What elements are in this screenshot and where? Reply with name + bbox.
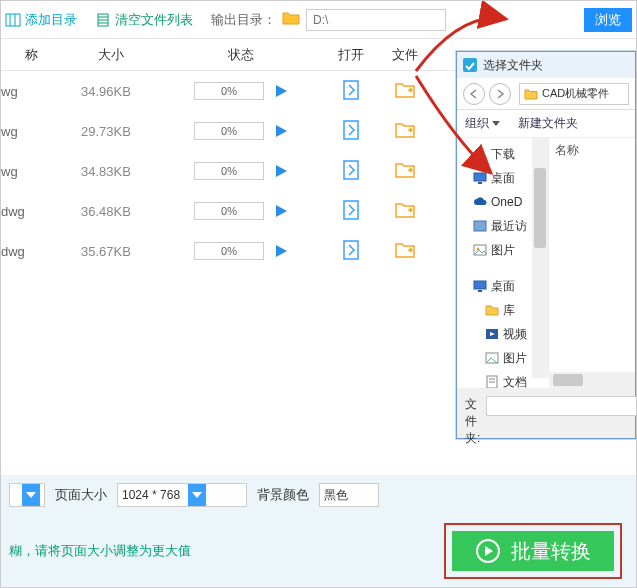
tree-item-icon bbox=[473, 244, 487, 256]
add-directory-button[interactable]: 添加目录 bbox=[5, 11, 77, 29]
tree-item-label: 桌面 bbox=[491, 278, 515, 295]
dropdown-1[interactable] bbox=[9, 483, 45, 507]
list-header-name: 名称 bbox=[555, 142, 629, 162]
open-folder-icon[interactable] bbox=[381, 162, 429, 181]
batch-convert-label: 批量转换 bbox=[511, 538, 591, 565]
header-file: 文件 bbox=[381, 46, 429, 64]
open-folder-icon[interactable] bbox=[381, 122, 429, 141]
bg-color-value: 黑色 bbox=[324, 487, 348, 504]
folder-picker-footer: 文件夹: bbox=[457, 388, 635, 438]
open-file-icon[interactable] bbox=[321, 120, 381, 143]
progress-box: 0% bbox=[194, 202, 264, 220]
play-icon[interactable] bbox=[274, 124, 288, 138]
folder-list-pane: 名称 bbox=[549, 138, 635, 378]
nav-forward-button[interactable] bbox=[489, 83, 511, 105]
browse-button[interactable]: 浏览 bbox=[584, 8, 632, 32]
svg-rect-7 bbox=[344, 81, 358, 99]
progress-box: 0% bbox=[194, 82, 264, 100]
page-size-label: 页面大小 bbox=[55, 486, 107, 504]
play-icon[interactable] bbox=[274, 84, 288, 98]
tree-item-icon bbox=[485, 304, 499, 316]
play-icon[interactable] bbox=[274, 164, 288, 178]
tree-item-label: 图片 bbox=[491, 242, 515, 259]
folder-name-input[interactable] bbox=[486, 396, 637, 416]
tree-scrollbar[interactable] bbox=[532, 138, 548, 378]
svg-rect-11 bbox=[344, 241, 358, 259]
bg-color-dropdown[interactable]: 黑色 bbox=[319, 483, 379, 507]
bg-color-label: 背景颜色 bbox=[257, 486, 309, 504]
address-bar[interactable]: CAD机械零件 bbox=[519, 83, 629, 105]
row-name: dwg bbox=[1, 204, 61, 219]
bottom-panel: 页面大小 1024 * 768 背景颜色 黑色 bbox=[1, 475, 636, 515]
add-directory-label: 添加目录 bbox=[25, 11, 77, 29]
svg-rect-16 bbox=[474, 221, 486, 231]
folder-tree: 下载桌面OneD最近访图片桌面库视频图片文档 bbox=[457, 138, 549, 378]
svg-rect-15 bbox=[478, 182, 482, 184]
tree-item-icon bbox=[473, 220, 487, 232]
page-size-dropdown[interactable]: 1024 * 768 bbox=[117, 483, 247, 507]
open-folder-icon[interactable] bbox=[381, 82, 429, 101]
folder-picker-title: 选择文件夹 bbox=[483, 57, 543, 74]
row-name: wg bbox=[1, 84, 61, 99]
open-folder-icon[interactable] bbox=[381, 202, 429, 221]
output-dir-label: 输出目录： bbox=[211, 11, 276, 29]
open-file-icon[interactable] bbox=[321, 240, 381, 263]
svg-rect-8 bbox=[344, 121, 358, 139]
row-status: 0% bbox=[161, 242, 321, 260]
tree-item-label: OneD bbox=[491, 195, 522, 209]
tree-item-icon bbox=[473, 172, 487, 184]
folder-picker-window: 选择文件夹 CAD机械零件 组织 新建文件夹 下载桌面OneD最近访图片桌面库视… bbox=[456, 51, 636, 439]
tree-item-icon bbox=[485, 352, 499, 364]
progress-box: 0% bbox=[194, 122, 264, 140]
tree-item-label: 视频 bbox=[503, 326, 527, 343]
address-text: CAD机械零件 bbox=[542, 86, 609, 101]
header-status: 状态 bbox=[161, 46, 321, 64]
footer-label: 文件夹: bbox=[465, 396, 480, 447]
output-path-input[interactable] bbox=[306, 9, 446, 31]
folder-picker-nav: CAD机械零件 bbox=[457, 78, 635, 110]
play-icon[interactable] bbox=[274, 204, 288, 218]
batch-convert-button[interactable]: 批量转换 bbox=[452, 531, 614, 571]
play-icon[interactable] bbox=[274, 244, 288, 258]
tree-item-icon bbox=[473, 197, 487, 207]
toolbar: 添加目录 清空文件列表 输出目录： 浏览 bbox=[1, 1, 636, 39]
list-hscrollbar[interactable] bbox=[549, 372, 635, 388]
row-size: 29.73KB bbox=[61, 124, 161, 139]
folder-icon bbox=[282, 11, 300, 28]
row-size: 34.83KB bbox=[61, 164, 161, 179]
new-folder-button[interactable]: 新建文件夹 bbox=[518, 115, 578, 132]
open-file-icon[interactable] bbox=[321, 80, 381, 103]
progress-box: 0% bbox=[194, 242, 264, 260]
header-name: 称 bbox=[1, 46, 61, 64]
svg-rect-20 bbox=[478, 290, 482, 292]
row-status: 0% bbox=[161, 122, 321, 140]
row-name: wg bbox=[1, 164, 61, 179]
clear-list-label: 清空文件列表 bbox=[115, 11, 193, 29]
header-open: 打开 bbox=[321, 46, 381, 64]
svg-rect-0 bbox=[6, 14, 20, 26]
tree-item-label: 下载 bbox=[491, 146, 515, 163]
page-size-value: 1024 * 768 bbox=[122, 488, 180, 502]
open-file-icon[interactable] bbox=[321, 200, 381, 223]
svg-rect-19 bbox=[474, 281, 486, 289]
svg-rect-13 bbox=[463, 58, 477, 72]
row-status: 0% bbox=[161, 202, 321, 220]
progress-box: 0% bbox=[194, 162, 264, 180]
row-size: 36.48KB bbox=[61, 204, 161, 219]
tree-item-label: 库 bbox=[503, 302, 515, 319]
row-size: 35.67KB bbox=[61, 244, 161, 259]
nav-back-button[interactable] bbox=[463, 83, 485, 105]
convert-highlight: 批量转换 bbox=[444, 523, 622, 579]
folder-picker-titlebar: 选择文件夹 bbox=[457, 52, 635, 78]
open-folder-icon[interactable] bbox=[381, 242, 429, 261]
tree-item-label: 桌面 bbox=[491, 170, 515, 187]
open-file-icon[interactable] bbox=[321, 160, 381, 183]
tree-item-label: 图片 bbox=[503, 350, 527, 367]
organize-button[interactable]: 组织 bbox=[465, 115, 500, 132]
svg-rect-10 bbox=[344, 201, 358, 219]
tree-item-icon bbox=[485, 328, 499, 340]
row-status: 0% bbox=[161, 162, 321, 180]
row-name: wg bbox=[1, 124, 61, 139]
clear-list-button[interactable]: 清空文件列表 bbox=[95, 11, 193, 29]
svg-rect-14 bbox=[474, 173, 486, 181]
